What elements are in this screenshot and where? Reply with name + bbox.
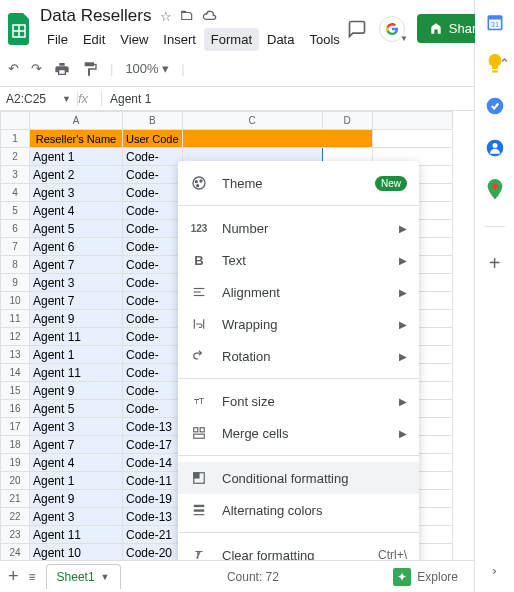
menu-data[interactable]: Data: [260, 28, 301, 51]
cell[interactable]: Agent 3: [30, 418, 123, 436]
menu-text[interactable]: BText▶: [178, 244, 419, 276]
menu-tools[interactable]: Tools: [302, 28, 346, 51]
addons-icon[interactable]: +: [485, 253, 505, 273]
menu-clear-formatting[interactable]: Clear formattingCtrl+\: [178, 539, 419, 560]
cell[interactable]: Agent 11: [30, 526, 123, 544]
col-header[interactable]: B: [123, 112, 183, 130]
menu-view[interactable]: View: [113, 28, 155, 51]
sheets-logo[interactable]: [8, 11, 32, 47]
cell[interactable]: Code-: [123, 166, 183, 184]
name-box[interactable]: A2:C25▼: [0, 92, 78, 106]
cell[interactable]: Agent 9: [30, 310, 123, 328]
cell[interactable]: Agent 1: [30, 148, 123, 166]
undo-icon[interactable]: ↶: [8, 61, 19, 76]
cloud-icon[interactable]: [202, 10, 218, 22]
document-title[interactable]: Data Resellers: [40, 6, 152, 26]
cell[interactable]: Code-: [123, 256, 183, 274]
cell[interactable]: Code-13: [123, 418, 183, 436]
cell[interactable]: Agent 11: [30, 328, 123, 346]
cell[interactable]: Code-: [123, 382, 183, 400]
cell[interactable]: Code-: [123, 346, 183, 364]
sheet-tab[interactable]: Sheet1▼: [46, 564, 121, 589]
menu-alignment[interactable]: Alignment▶: [178, 276, 419, 308]
zoom-select[interactable]: 100% ▾: [125, 61, 169, 76]
menu-merge[interactable]: Merge cells▶: [178, 417, 419, 449]
cell[interactable]: Agent 4: [30, 202, 123, 220]
explore-button[interactable]: ✦Explore: [385, 564, 466, 590]
cell[interactable]: Agent 11: [30, 364, 123, 382]
cell[interactable]: Agent 3: [30, 274, 123, 292]
cell[interactable]: Code-: [123, 220, 183, 238]
all-sheets-icon[interactable]: ≡: [29, 570, 36, 584]
cell[interactable]: Code-: [123, 400, 183, 418]
col-header[interactable]: D: [322, 112, 372, 130]
menu-alternating-colors[interactable]: Alternating colors: [178, 494, 419, 526]
cell[interactable]: Agent 7: [30, 256, 123, 274]
cell[interactable]: Agent 4: [30, 454, 123, 472]
cell[interactable]: Agent 1: [30, 472, 123, 490]
menu-theme[interactable]: Theme New: [178, 167, 419, 199]
redo-icon[interactable]: ↷: [31, 61, 42, 76]
maps-icon[interactable]: [485, 180, 505, 200]
cell[interactable]: Code-17: [123, 436, 183, 454]
cell[interactable]: Code-: [123, 310, 183, 328]
star-icon[interactable]: ☆: [160, 9, 172, 24]
menu-fontsize[interactable]: ᴛTFont size▶: [178, 385, 419, 417]
col-header[interactable]: C: [182, 112, 322, 130]
count-display[interactable]: Count: 72: [227, 570, 279, 584]
cell[interactable]: Code-19: [123, 490, 183, 508]
cell[interactable]: Code-: [123, 328, 183, 346]
cell[interactable]: User Code: [123, 130, 183, 148]
svg-point-5: [195, 181, 197, 183]
cell[interactable]: Code-: [123, 184, 183, 202]
menu-edit[interactable]: Edit: [76, 28, 112, 51]
cell[interactable]: Agent 3: [30, 184, 123, 202]
formula-bar[interactable]: Agent 1: [102, 92, 159, 106]
cell[interactable]: Code-: [123, 238, 183, 256]
cell[interactable]: Agent 9: [30, 490, 123, 508]
menu-wrapping[interactable]: Wrapping▶: [178, 308, 419, 340]
cell[interactable]: Code-: [123, 148, 183, 166]
cell[interactable]: Code-21: [123, 526, 183, 544]
cell[interactable]: Code-: [123, 202, 183, 220]
cell[interactable]: Agent 10: [30, 544, 123, 561]
cell[interactable]: Agent 5: [30, 400, 123, 418]
cell[interactable]: Code-20: [123, 544, 183, 561]
cell[interactable]: Agent 5: [30, 220, 123, 238]
cell[interactable]: Code-: [123, 274, 183, 292]
cell[interactable]: [182, 130, 372, 148]
cell[interactable]: Agent 1: [30, 346, 123, 364]
cell[interactable]: Code-: [123, 364, 183, 382]
cell[interactable]: Reseller's Name: [30, 130, 123, 148]
cell[interactable]: Agent 9: [30, 382, 123, 400]
toolbar-expand-icon[interactable]: ⌃: [499, 56, 510, 71]
move-icon[interactable]: [180, 9, 194, 23]
menu-conditional-formatting[interactable]: Conditional formatting: [178, 462, 419, 494]
paint-format-icon[interactable]: [82, 61, 98, 77]
cell[interactable]: Agent 7: [30, 436, 123, 454]
contacts-icon[interactable]: [485, 138, 505, 158]
menu-file[interactable]: File: [40, 28, 75, 51]
menu-insert[interactable]: Insert: [156, 28, 203, 51]
merge-icon: [190, 424, 208, 442]
cell[interactable]: Code-14: [123, 454, 183, 472]
add-sheet-icon[interactable]: +: [8, 566, 19, 587]
collapse-panel-icon[interactable]: ›: [485, 560, 505, 580]
cell[interactable]: Agent 3: [30, 508, 123, 526]
cell[interactable]: Agent 6: [30, 238, 123, 256]
col-header[interactable]: A: [30, 112, 123, 130]
comments-icon[interactable]: [347, 19, 367, 39]
cell[interactable]: Code-: [123, 292, 183, 310]
menu-format[interactable]: Format: [204, 28, 259, 51]
tasks-icon[interactable]: [485, 96, 505, 116]
spreadsheet-grid[interactable]: A B C D 1 Reseller's Name User Code Emai…: [0, 111, 474, 560]
cell[interactable]: Code-11: [123, 472, 183, 490]
menu-rotation[interactable]: Rotation▶: [178, 340, 419, 372]
cell[interactable]: Code-13: [123, 508, 183, 526]
cell[interactable]: Agent 7: [30, 292, 123, 310]
print-icon[interactable]: [54, 61, 70, 77]
cell[interactable]: Agent 2: [30, 166, 123, 184]
menu-number[interactable]: 123Number▶: [178, 212, 419, 244]
calendar-icon[interactable]: 31: [485, 12, 505, 32]
account-switcher[interactable]: ▼: [379, 16, 405, 42]
